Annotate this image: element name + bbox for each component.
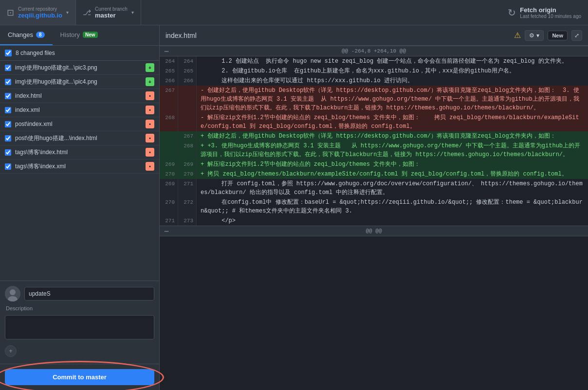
diff-new-line-num (178, 113, 197, 131)
diff-old-line-num: 266 (160, 76, 178, 86)
tab-history-label: History (60, 31, 80, 38)
current-file-name: index.html (165, 32, 197, 39)
fetch-label: Fetch origin (520, 6, 581, 14)
diff-line-content: 解压缩zip文件到1.2节中创建的站点的 zeqi_blog/themes 文件… (197, 113, 588, 131)
diff-new-line-num: 268 (178, 141, 197, 160)
commit-input-row (5, 286, 154, 301)
diff-view[interactable]: ⋯ @@ -264,8 +264,10 @@ 264264 1.2 创建站点 执… (160, 46, 588, 390)
file-status-badge: • (146, 91, 154, 100)
diff-new-line-num: 264 (178, 56, 197, 66)
file-status-badge: + (146, 63, 154, 72)
list-item[interactable]: index.html• (0, 89, 159, 103)
diff-old-line-num: 265 (160, 66, 178, 76)
file-checkbox[interactable] (5, 65, 11, 71)
co-author-button[interactable]: + (5, 345, 17, 357)
list-item[interactable]: img\使用hugo搭建git...\pic4.png+ (0, 75, 159, 89)
right-panel: index.html ⚠ ⚙ ▾ New ⤢ ⋯ @@ -264,8 +264,… (160, 25, 588, 390)
diff-old-line-num: 267 (160, 86, 178, 113)
file-status-badge: • (146, 106, 154, 114)
diff-line: 270272 在config.toml中 修改配置：baseUrl = &quo… (160, 197, 588, 216)
diff-new-line-num: 271 (178, 179, 197, 197)
diff-line-content: 创建好之后，使用github Desktop软件（详见 https://desk… (197, 86, 588, 113)
person-add-icon: + (9, 348, 12, 355)
repo-chevron-icon: ▾ (66, 10, 69, 15)
diff-new-line-num: 266 (178, 76, 197, 86)
diff-line: 268解压缩zip文件到1.2节中创建的站点的 zeqi_blog/themes… (160, 113, 588, 131)
description-label: Description (5, 305, 154, 311)
changed-files-count: 8 changed files (16, 50, 55, 56)
tab-changes-label: Changes (8, 31, 33, 38)
diff-hunk-header-bottom: ⋯ @@ @@ (160, 226, 588, 236)
hunk-header-text-top: @@ -264,8 +264,10 @@ (342, 48, 406, 54)
diff-line-content: 这样创建出来的仓库便可以通过 https://xxx.github.io 进行访… (197, 76, 588, 86)
commit-btn-text: Commit to (53, 373, 84, 381)
list-item[interactable]: img\使用hugo搭建git...\pic3.png+ (0, 61, 159, 75)
list-item[interactable]: post\使用hugo搭建...\index.html• (0, 131, 159, 145)
diff-line-content: +3. 使用hugo生成博客的静态网页 3.1 安装主题 从 https://w… (197, 141, 588, 160)
diff-old-line-num: 269 (160, 179, 178, 197)
svg-point-1 (10, 289, 16, 295)
select-all-checkbox[interactable] (5, 50, 12, 56)
diff-line: 265265 2. 创建gitbub.io仓库 在github上新建仓库，命名为… (160, 66, 588, 76)
fetch-origin-button[interactable]: ↻ Fetch origin Last fetched 10 minutes a… (501, 0, 588, 25)
diff-old-line-num: 270 (160, 169, 178, 179)
repo-name: zeqiii.github.io (18, 12, 62, 19)
file-checkbox[interactable] (5, 79, 11, 85)
list-item[interactable]: tags\博客\index.xml• (0, 160, 159, 174)
file-checkbox[interactable] (5, 107, 11, 113)
list-item[interactable]: tags\博客\index.html• (0, 145, 159, 160)
file-tab-bar: index.html ⚠ ⚙ ▾ New ⤢ (160, 25, 588, 46)
diff-old-line-num (160, 141, 178, 160)
commit-to-master-button[interactable]: Commit to master (5, 369, 154, 385)
file-name: tags\博客\index.xml (15, 162, 142, 171)
expand-down-icon[interactable]: ⋯ (165, 227, 168, 235)
new-file-button[interactable]: New (548, 31, 568, 40)
branch-name: master (95, 12, 128, 19)
file-status-badge: • (146, 162, 154, 171)
diff-old-line-num: 271 (160, 216, 178, 226)
file-checkbox[interactable] (5, 163, 11, 170)
diff-old-line-num: 264 (160, 56, 178, 66)
diff-line: 267创建好之后，使用github Desktop软件（详见 https://d… (160, 86, 588, 113)
gear-button[interactable]: ⚙ ▾ (525, 30, 544, 41)
list-item[interactable]: index.xml• (0, 103, 159, 117)
file-status-badge: • (146, 148, 154, 157)
tab-bar: Changes 8 History New (0, 25, 159, 46)
commit-title-input[interactable] (24, 287, 154, 301)
file-name: post\使用hugo搭建...\index.html (15, 134, 142, 142)
repo-selector[interactable]: ⊡ Current repository zeqiii.github.io ▾ (0, 0, 76, 25)
diff-new-line-num: 269 (178, 160, 197, 169)
commit-btn-branch: master (86, 373, 107, 381)
diff-line: 264264 1.2 创建站点 执行命令 hugo new site zeqi_… (160, 56, 588, 66)
expand-icon: ⤢ (574, 32, 579, 39)
expand-up-icon[interactable]: ⋯ (165, 47, 168, 55)
diff-new-line-num: 265 (178, 66, 197, 76)
file-checkbox[interactable] (5, 93, 11, 99)
file-checkbox[interactable] (5, 121, 11, 127)
diff-new-line-num: 273 (178, 216, 197, 226)
fetch-sublabel: Last fetched 10 minutes ago (520, 14, 581, 19)
tab-changes[interactable]: Changes 8 (0, 25, 53, 45)
diff-line: 269271 打开 config.toml，参照 https://www.goh… (160, 179, 588, 197)
warning-icon: ⚠ (514, 31, 521, 40)
diff-old-line-num (160, 131, 178, 141)
repo-icon: ⊡ (7, 7, 14, 18)
expand-button[interactable]: ⤢ (571, 30, 582, 41)
main-content: Changes 8 History New 8 changed files im… (0, 25, 588, 390)
file-checkbox[interactable] (5, 149, 11, 156)
list-item[interactable]: post\index.xml• (0, 117, 159, 131)
diff-line: 270270拷贝 zeqi_blog/themes/blackburn/exam… (160, 169, 588, 179)
diff-line-content: 解压缩zip文件到1.2节中创建的站点的 zeqi_blog/themes 文件… (197, 160, 588, 169)
file-checkbox[interactable] (5, 135, 11, 142)
file-name: index.html (15, 92, 142, 99)
diff-line: 269269解压缩zip文件到1.2节中创建的站点的 zeqi_blog/the… (160, 160, 588, 169)
tab-history[interactable]: History New (53, 25, 106, 45)
diff-old-line-num: 269 (160, 160, 178, 169)
diff-line-content: 拷贝 zeqi_blog/themes/blackburn/exampleSit… (197, 169, 588, 179)
file-list: img\使用hugo搭建git...\pic3.png+img\使用hugo搭建… (0, 61, 159, 281)
file-status-badge: • (146, 134, 154, 142)
file-tab-actions: ⚠ ⚙ ▾ New ⤢ (514, 30, 582, 41)
diff-lines-container: 264264 1.2 创建站点 执行命令 hugo new site zeqi_… (160, 56, 588, 226)
branch-selector[interactable]: ⎇ Current branch master ▾ (76, 0, 141, 25)
commit-description-input[interactable] (5, 315, 154, 339)
